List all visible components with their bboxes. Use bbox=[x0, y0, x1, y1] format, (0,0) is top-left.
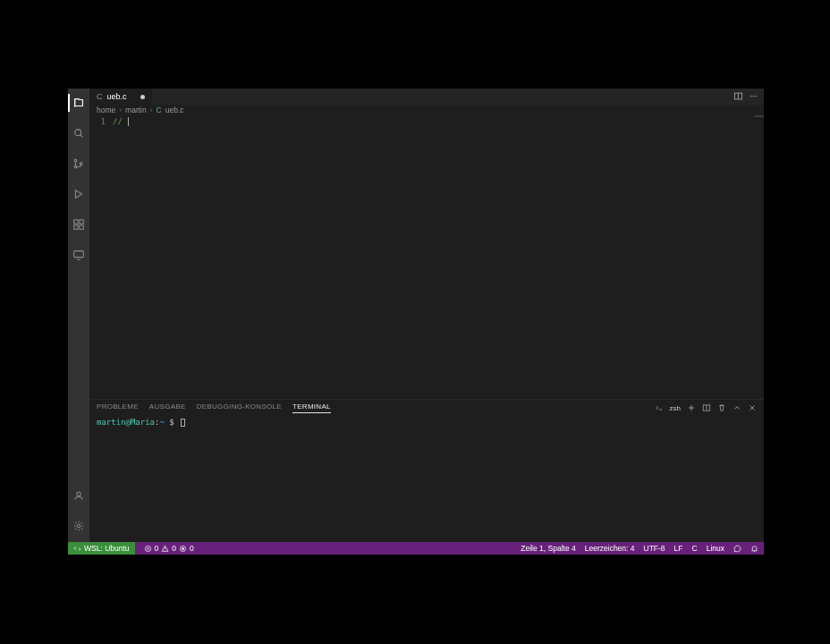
chevron-right-icon: › bbox=[119, 106, 122, 114]
breadcrumbs[interactable]: home › martin › C ueb.c bbox=[89, 105, 764, 115]
terminal-user: martin bbox=[97, 418, 126, 427]
svg-point-1 bbox=[74, 159, 77, 162]
breadcrumb-lang-badge: C bbox=[157, 106, 162, 114]
code-line: // bbox=[113, 117, 127, 126]
svg-point-12 bbox=[750, 95, 751, 96]
tabs-left: C ueb.c bbox=[89, 89, 152, 105]
panel-tab-bar: PROBLEME AUSGABE DEBUGGING-KONSOLE TERMI… bbox=[89, 400, 764, 416]
new-terminal-icon[interactable] bbox=[687, 403, 696, 412]
bottom-panel: PROBLEME AUSGABE DEBUGGING-KONSOLE TERMI… bbox=[89, 399, 764, 542]
status-eol[interactable]: LF bbox=[674, 544, 683, 553]
line-number: 1 bbox=[89, 116, 106, 128]
panel-tab-debug[interactable]: DEBUGGING-KONSOLE bbox=[197, 402, 282, 413]
search-icon[interactable] bbox=[68, 124, 89, 142]
vscode-window: C ueb.c home › martin › C ueb.c bbox=[68, 89, 764, 555]
status-os[interactable]: Linux bbox=[707, 544, 724, 553]
remote-label: WSL: Ubuntu bbox=[84, 544, 130, 553]
terminal-body[interactable]: martin@Maria:~ $ bbox=[89, 416, 764, 542]
source-control-icon[interactable] bbox=[68, 155, 89, 173]
terminal-profile-icon[interactable] bbox=[655, 403, 664, 412]
tab-lang-badge: C bbox=[97, 92, 103, 101]
svg-point-9 bbox=[77, 492, 80, 496]
close-panel-icon[interactable] bbox=[748, 403, 757, 412]
svg-point-0 bbox=[75, 130, 81, 136]
notifications-icon[interactable] bbox=[750, 545, 758, 553]
breadcrumb-segment[interactable]: home bbox=[97, 106, 115, 114]
kill-terminal-icon[interactable] bbox=[717, 403, 726, 412]
svg-point-2 bbox=[74, 165, 77, 168]
panel-tab-probleme[interactable]: PROBLEME bbox=[97, 402, 139, 413]
status-problems[interactable]: 0 0 0 bbox=[144, 544, 194, 553]
breadcrumb-file[interactable]: ueb.c bbox=[165, 106, 184, 114]
gear-icon[interactable] bbox=[68, 517, 89, 535]
line-number-gutter: 1 bbox=[89, 115, 113, 399]
tab-filename: ueb.c bbox=[107, 92, 127, 101]
tab-dirty-indicator bbox=[140, 95, 145, 99]
panel-tabs-left: PROBLEME AUSGABE DEBUGGING-KONSOLE TERMI… bbox=[97, 402, 331, 413]
remote-explorer-icon[interactable] bbox=[68, 246, 89, 264]
svg-rect-8 bbox=[74, 251, 84, 258]
feedback-icon[interactable] bbox=[733, 545, 741, 553]
split-terminal-icon[interactable] bbox=[702, 403, 711, 412]
breadcrumb-segment[interactable]: martin bbox=[125, 106, 147, 114]
status-left: WSL: Ubuntu 0 0 0 bbox=[73, 542, 194, 555]
split-editor-icon[interactable] bbox=[733, 91, 743, 103]
svg-rect-6 bbox=[74, 225, 78, 229]
terminal-shell-name[interactable]: zsh bbox=[670, 404, 681, 412]
remote-indicator[interactable]: WSL: Ubuntu bbox=[68, 542, 135, 555]
terminal-prompt: $ bbox=[165, 418, 179, 427]
run-debug-icon[interactable] bbox=[68, 185, 89, 203]
minimap-indicator bbox=[755, 115, 764, 117]
panel-tab-terminal[interactable]: TERMINAL bbox=[292, 402, 331, 413]
activity-bar-top bbox=[68, 94, 89, 264]
status-bar: WSL: Ubuntu 0 0 0 Zeile 1, Spalte 4 Leer… bbox=[68, 542, 764, 555]
tab-bar: C ueb.c bbox=[89, 89, 764, 105]
error-count: 0 bbox=[155, 544, 159, 553]
panel-actions: zsh bbox=[655, 403, 757, 412]
svg-rect-5 bbox=[80, 220, 83, 224]
status-line-col[interactable]: Zeile 1, Spalte 4 bbox=[521, 544, 575, 553]
svg-point-3 bbox=[80, 163, 82, 165]
status-right: Zeile 1, Spalte 4 Leerzeichen: 4 UTF-8 L… bbox=[521, 544, 758, 553]
status-encoding[interactable]: UTF-8 bbox=[644, 544, 665, 553]
svg-point-14 bbox=[756, 95, 757, 96]
explorer-icon[interactable] bbox=[68, 94, 89, 112]
panel-tab-ausgabe[interactable]: AUSGABE bbox=[149, 402, 186, 413]
editor-tab[interactable]: C ueb.c bbox=[89, 89, 152, 105]
terminal-cursor bbox=[181, 419, 185, 427]
editor-group: C ueb.c home › martin › C ueb.c bbox=[89, 89, 764, 542]
code-editor[interactable]: 1 // bbox=[89, 115, 764, 399]
code-content[interactable]: // bbox=[113, 115, 764, 399]
svg-rect-7 bbox=[80, 225, 83, 229]
svg-point-10 bbox=[77, 524, 80, 528]
svg-point-13 bbox=[753, 95, 754, 96]
chevron-right-icon: › bbox=[150, 106, 153, 114]
warning-count: 0 bbox=[172, 544, 176, 553]
status-language[interactable]: C bbox=[692, 544, 698, 553]
editor-actions bbox=[733, 89, 764, 105]
activity-bar bbox=[68, 89, 89, 542]
maximize-panel-icon[interactable] bbox=[733, 403, 741, 412]
svg-point-19 bbox=[182, 547, 183, 549]
terminal-host: Maria bbox=[131, 418, 155, 427]
more-actions-icon[interactable] bbox=[749, 91, 758, 103]
ports-count: 0 bbox=[190, 544, 194, 553]
activity-bar-bottom bbox=[68, 487, 89, 542]
extensions-icon[interactable] bbox=[68, 216, 89, 233]
svg-rect-4 bbox=[74, 220, 78, 224]
account-icon[interactable] bbox=[68, 487, 89, 504]
status-spaces[interactable]: Leerzeichen: 4 bbox=[585, 544, 635, 553]
text-cursor bbox=[128, 117, 129, 126]
